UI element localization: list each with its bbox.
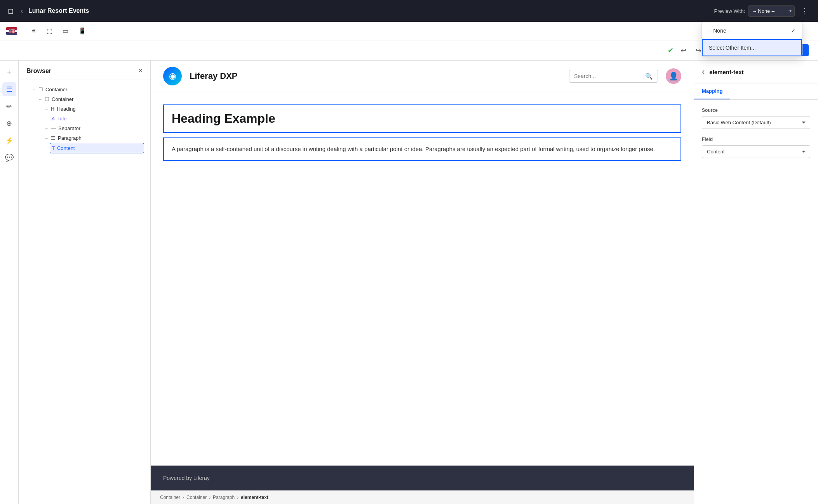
comment-icon-button[interactable]: 💬	[2, 151, 16, 165]
tree-item-container1[interactable]: − ☐ Container	[31, 85, 144, 94]
main-layout: + ☰ ✏ ⊕ ⚡ 💬 Browser × − ☐ Container − ☐ …	[0, 61, 818, 504]
right-panel: ‹ element-text Mapping Source Basic Web …	[694, 61, 818, 504]
preview-area: ◉ Liferay DXP 🔍 👤 Heading Example A para…	[151, 61, 694, 504]
browser-close-button[interactable]: ×	[138, 67, 143, 75]
bolt-icon-button[interactable]: ⚡	[2, 134, 16, 148]
tree-item-heading[interactable]: − H Heading	[44, 104, 144, 114]
tree-item-container2[interactable]: − ☐ Container	[37, 94, 144, 104]
heading-text: Heading Example	[172, 111, 673, 126]
back-arrow[interactable]: ‹	[19, 5, 24, 17]
search-input[interactable]	[574, 73, 642, 79]
breadcrumb-sep2: ›	[209, 495, 211, 500]
tree-dash: −	[45, 106, 48, 112]
toolbar-separator	[22, 26, 22, 36]
right-panel-title: element-text	[709, 69, 743, 75]
preview-label: Preview With:	[714, 8, 745, 14]
source-select[interactable]: Basic Web Content (Default)	[702, 116, 810, 129]
source-field-group: Source Basic Web Content (Default)	[702, 108, 810, 129]
right-panel-tabs: Mapping	[694, 83, 818, 100]
status-check-icon: ✔	[668, 46, 674, 55]
add-icon-button[interactable]: +	[2, 65, 16, 79]
page-title: Lunar Resort Events	[28, 7, 89, 14]
breadcrumb-element-text: element-text	[241, 495, 268, 500]
link-icon-button[interactable]: ⊕	[2, 116, 16, 130]
preview-dropdown: -- None -- ✓ Select Other Item...	[701, 22, 802, 57]
tab-mapping[interactable]: Mapping	[694, 83, 730, 99]
component-tree: − ☐ Container − ☐ Container − H Heading …	[19, 80, 150, 504]
dropdown-select-other-label: Select Other Item...	[709, 45, 756, 51]
site-name: Liferay DXP	[190, 71, 238, 81]
tree-dash: −	[45, 136, 48, 141]
mobile-view-button[interactable]: 📱	[75, 25, 90, 36]
tablet-portrait-view-button[interactable]: ▭	[59, 25, 72, 36]
browser-header: Browser ×	[19, 61, 150, 80]
preview-select[interactable]: -- None --	[748, 5, 795, 17]
tablet-landscape-view-button[interactable]: ⬚	[43, 25, 56, 36]
breadcrumb-sep1: ›	[183, 495, 184, 500]
breadcrumb-container2: Container	[186, 495, 207, 500]
tree-item-content[interactable]: T Content	[50, 143, 144, 153]
action-toolbar: ✔ ↩ ↪ ⏱ Page Design ▾ Publish	[0, 40, 818, 61]
top-bar: ◻ ‹ Lunar Resort Events Preview With: --…	[0, 0, 818, 22]
separator-icon: —	[51, 125, 56, 131]
field-label: Field	[702, 137, 810, 142]
site-header: ◉ Liferay DXP 🔍 👤	[151, 61, 694, 92]
desktop-view-button[interactable]: 🖥	[27, 26, 40, 36]
sidebar-icon-panel: + ☰ ✏ ⊕ ⚡ 💬	[0, 61, 19, 504]
container-icon: ☐	[45, 96, 49, 102]
preview-select-wrapper[interactable]: -- None -- ▾	[748, 5, 795, 17]
undo-button[interactable]: ↩	[678, 45, 689, 56]
browser-panel-title: Browser	[26, 68, 51, 75]
field-group: Field Content	[702, 137, 810, 158]
browser-panel: Browser × − ☐ Container − ☐ Container − …	[19, 61, 151, 504]
paragraph-block: A paragraph is a self-contained unit of …	[163, 137, 681, 161]
breadcrumb-bar: Container › Container › Paragraph › elem…	[151, 490, 694, 504]
content-text-icon: T	[52, 145, 55, 151]
breadcrumb-sep3: ›	[237, 495, 238, 500]
heading-block: Heading Example	[163, 104, 681, 133]
footer-text: Powered by Liferay	[163, 475, 210, 481]
tree-item-separator[interactable]: − — Separator	[44, 123, 144, 133]
source-label: Source	[702, 108, 810, 113]
right-panel-back-button[interactable]: ‹	[702, 67, 705, 77]
tree-dash: −	[45, 126, 48, 131]
dropdown-item-select-other[interactable]: Select Other Item...	[702, 39, 802, 56]
breadcrumb-container1: Container	[160, 495, 180, 500]
field-select[interactable]: Content	[702, 145, 810, 158]
edit-icon-button[interactable]: ✏	[2, 99, 16, 113]
site-logo: ◉	[163, 67, 182, 85]
right-panel-body: Source Basic Web Content (Default) Field…	[694, 100, 818, 166]
site-footer: Powered by Liferay	[151, 466, 694, 490]
right-panel-header: ‹ element-text	[694, 61, 818, 83]
paragraph-text: A paragraph is a self-contained unit of …	[172, 144, 673, 154]
user-avatar[interactable]: 👤	[666, 68, 681, 84]
more-options-button[interactable]: ⋮	[798, 5, 812, 17]
tree-dash: −	[33, 87, 35, 92]
dropdown-check-icon: ✓	[791, 27, 796, 34]
language-flag-icon[interactable]: 🇺🇸	[6, 27, 17, 35]
breadcrumb-paragraph: Paragraph	[213, 495, 235, 500]
site-search-bar[interactable]: 🔍	[569, 70, 658, 83]
device-toolbar: 🇺🇸 🖥 ⬚ ▭ 📱	[0, 22, 818, 40]
tree-dash: −	[39, 97, 42, 102]
page-content: Heading Example A paragraph is a self-co…	[151, 92, 694, 466]
preview-frame: ◉ Liferay DXP 🔍 👤 Heading Example A para…	[151, 61, 694, 490]
container-icon: ☐	[38, 87, 43, 92]
dropdown-none-label: -- None --	[708, 28, 731, 34]
tree-item-paragraph[interactable]: − ☰ Paragraph	[44, 133, 144, 143]
text-icon: A	[51, 116, 55, 122]
search-icon: 🔍	[645, 73, 653, 80]
heading-icon: H	[51, 106, 54, 112]
paragraph-icon: ☰	[51, 135, 56, 141]
sidebar-toggle[interactable]: ◻	[6, 5, 15, 17]
tree-item-title[interactable]: A Title	[50, 114, 144, 123]
browser-icon-button[interactable]: ☰	[2, 82, 16, 96]
dropdown-item-none[interactable]: -- None -- ✓	[702, 22, 802, 39]
